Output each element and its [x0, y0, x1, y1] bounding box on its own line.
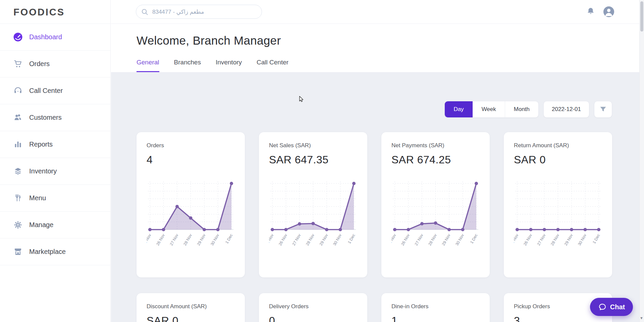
- svg-text:25 Nov: 25 Nov: [147, 233, 152, 247]
- cart-icon: [13, 59, 22, 68]
- notifications-bell-icon[interactable]: [586, 7, 596, 17]
- date-picker-button[interactable]: 2022-12-01: [543, 101, 589, 118]
- card-title: Net Sales (SAR): [269, 142, 357, 149]
- chat-button[interactable]: Chat: [590, 298, 633, 316]
- sidebar-item-label: Marketplace: [29, 248, 66, 256]
- svg-text:27 Nov: 27 Nov: [536, 233, 547, 247]
- net-payments-trend-chart: 25 Nov26 Nov27 Nov28 Nov29 Nov30 Nov1 De…: [391, 179, 480, 258]
- card-value: SAR 647.35: [269, 154, 357, 166]
- brand-logo: FOODICS: [0, 0, 110, 24]
- period-month-button[interactable]: Month: [505, 101, 538, 117]
- svg-text:26 Nov: 26 Nov: [278, 233, 288, 247]
- topbar-icons: [586, 6, 614, 17]
- page-header: Welcome, Branch Manager General Branches…: [111, 24, 644, 72]
- scrollbar-down-arrow-icon[interactable]: ▼: [640, 316, 643, 320]
- sidebar-item-label: Manage: [29, 221, 53, 229]
- svg-text:29 Nov: 29 Nov: [441, 233, 451, 247]
- card-title: Net Payments (SAR): [391, 142, 480, 149]
- return-amount-card: Return Amount (SAR) SAR 0 25 Nov26 Nov27…: [504, 132, 612, 277]
- dashboard-content: Day Week Month 2022-12-01 Orders 4 25 No…: [111, 72, 644, 322]
- sidebar-item-menu[interactable]: Menu: [0, 185, 110, 212]
- sidebar-item-orders[interactable]: Orders: [0, 51, 110, 77]
- card-value: 4: [147, 154, 235, 166]
- tab-branches[interactable]: Branches: [174, 59, 201, 72]
- sidebar-item-call-center[interactable]: Call Center: [0, 77, 110, 104]
- svg-text:25 Nov: 25 Nov: [269, 233, 275, 247]
- sidebar-item-inventory[interactable]: Inventory: [0, 158, 110, 185]
- tab-general[interactable]: General: [137, 59, 159, 72]
- discount-amount-card: Discount Amount (SAR) SAR 0: [137, 293, 245, 322]
- svg-text:30 Nov: 30 Nov: [577, 233, 587, 247]
- card-value: SAR 0: [147, 315, 235, 322]
- svg-text:1 Dec: 1 Dec: [224, 233, 234, 245]
- sidebar-item-label: Orders: [29, 60, 50, 68]
- svg-text:25 Nov: 25 Nov: [391, 233, 397, 247]
- tab-call-center[interactable]: Call Center: [257, 59, 288, 72]
- headset-icon: [13, 86, 22, 95]
- foodics-dashboard-app: FOODICS Dashboard Orders: [0, 0, 644, 322]
- svg-text:29 Nov: 29 Nov: [196, 233, 207, 247]
- filter-button[interactable]: [594, 101, 612, 118]
- delivery-orders-card: Delivery Orders 0: [259, 293, 367, 322]
- period-week-button[interactable]: Week: [473, 101, 505, 117]
- orders-trend-chart: 25 Nov26 Nov27 Nov28 Nov29 Nov30 Nov1 De…: [147, 179, 235, 258]
- card-title: Orders: [147, 142, 235, 149]
- chat-icon: [598, 303, 607, 311]
- dine-in-orders-card: Dine-in Orders 1: [381, 293, 490, 322]
- search-value: مطعم زاكي - 834477: [152, 8, 204, 15]
- sidebar-item-label: Call Center: [29, 87, 63, 95]
- svg-text:30 Nov: 30 Nov: [454, 233, 465, 247]
- user-avatar[interactable]: [603, 6, 614, 17]
- orders-card: Orders 4 25 Nov26 Nov27 Nov28 Nov29 Nov3…: [137, 132, 245, 277]
- tab-inventory[interactable]: Inventory: [216, 59, 242, 72]
- sidebar-item-marketplace[interactable]: Marketplace: [0, 238, 110, 265]
- card-title: Dine-in Orders: [391, 303, 480, 310]
- svg-text:27 Nov: 27 Nov: [291, 233, 302, 247]
- card-title: Pickup Orders: [514, 303, 602, 310]
- card-value: SAR 0: [514, 154, 602, 166]
- sidebar-item-customers[interactable]: Customers: [0, 104, 110, 131]
- svg-text:1 Dec: 1 Dec: [469, 233, 479, 245]
- card-value: 1: [391, 315, 480, 322]
- net-sales-card: Net Sales (SAR) SAR 647.35 25 Nov26 Nov2…: [259, 132, 367, 277]
- branch-search-input[interactable]: مطعم زاكي - 834477: [136, 5, 262, 19]
- bar-chart-icon: [13, 140, 22, 149]
- sidebar-item-manage[interactable]: Manage: [0, 212, 110, 238]
- net-sales-trend-chart: 25 Nov26 Nov27 Nov28 Nov29 Nov30 Nov1 De…: [269, 179, 357, 258]
- svg-text:28 Nov: 28 Nov: [550, 233, 560, 247]
- kpi-cards-row1: Orders 4 25 Nov26 Nov27 Nov28 Nov29 Nov3…: [137, 132, 612, 277]
- people-icon: [13, 113, 22, 122]
- filter-controls: Day Week Month 2022-12-01: [444, 101, 612, 118]
- sidebar-item-reports[interactable]: Reports: [0, 131, 110, 158]
- svg-text:27 Nov: 27 Nov: [169, 233, 179, 247]
- layers-icon: [13, 167, 22, 176]
- svg-text:28 Nov: 28 Nov: [182, 233, 193, 247]
- svg-text:29 Nov: 29 Nov: [319, 233, 329, 247]
- sidebar-item-label: Inventory: [29, 167, 57, 175]
- chat-label: Chat: [610, 303, 625, 311]
- dashboard-gauge-icon: [13, 33, 22, 42]
- svg-text:26 Nov: 26 Nov: [155, 233, 166, 247]
- card-title: Return Amount (SAR): [514, 142, 602, 149]
- svg-text:28 Nov: 28 Nov: [305, 233, 315, 247]
- card-value: SAR 674.25: [391, 154, 480, 166]
- sidebar-nav: Dashboard Orders: [0, 24, 110, 265]
- utensils-icon: [13, 194, 22, 203]
- page-title: Welcome, Branch Manager: [137, 34, 281, 47]
- svg-text:1 Dec: 1 Dec: [347, 233, 356, 245]
- svg-text:25 Nov: 25 Nov: [514, 233, 520, 247]
- svg-text:28 Nov: 28 Nov: [427, 233, 438, 247]
- topbar: مطعم زاكي - 834477: [111, 0, 644, 24]
- sidebar-item-label: Customers: [29, 114, 62, 121]
- period-toggle: Day Week Month: [444, 101, 539, 118]
- sidebar-item-label: Dashboard: [29, 33, 62, 41]
- net-payments-card: Net Payments (SAR) SAR 674.25 25 Nov26 N…: [381, 132, 490, 277]
- card-value: 3: [514, 315, 602, 322]
- vertical-scrollbar[interactable]: ▼: [639, 0, 644, 322]
- funnel-icon: [599, 106, 607, 113]
- svg-text:30 Nov: 30 Nov: [332, 233, 342, 247]
- period-day-button[interactable]: Day: [445, 101, 472, 117]
- sidebar-item-dashboard[interactable]: Dashboard: [0, 24, 110, 51]
- scrollbar-thumb[interactable]: [640, 1, 643, 32]
- svg-text:27 Nov: 27 Nov: [414, 233, 424, 247]
